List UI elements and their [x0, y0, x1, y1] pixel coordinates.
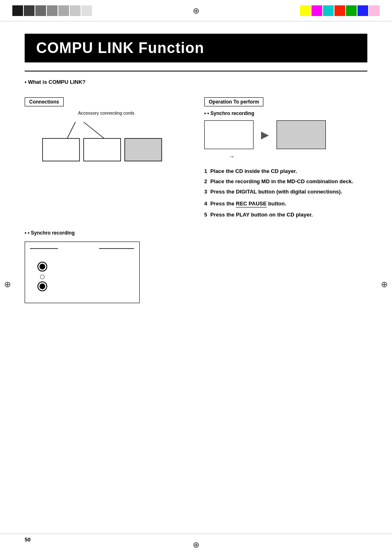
accessory-label: Accessory connecting cords [25, 111, 188, 115]
color-block [70, 5, 81, 16]
page-content: COMPU LINK Function • What is COMPU LINK… [0, 21, 392, 303]
synchro-bottom-label: • Synchro recording [25, 230, 188, 236]
svg-line-0 [67, 122, 76, 138]
operation-section: Operation To perform • Synchro recording… [204, 97, 367, 222]
synchro-box-right [277, 120, 326, 149]
color-block [47, 5, 58, 16]
title-section: COMPU LINK Function [25, 34, 367, 62]
step-5: 5 Press the PLAY button on the CD player… [204, 212, 367, 218]
connections-diagram [25, 118, 188, 167]
color-block [311, 5, 322, 16]
crosshair-bottom: ⊕ [193, 540, 200, 550]
svg-rect-3 [84, 138, 121, 161]
device-svg [25, 242, 140, 304]
color-block [346, 5, 357, 16]
step-4-container: 4 Press the REC PAUSE button. [204, 200, 367, 207]
bottom-bar: ⊕ [0, 534, 392, 555]
color-block [334, 5, 345, 16]
bottom-left: • Synchro recording [25, 230, 188, 303]
color-block [323, 5, 334, 16]
arrow-icon: ► [258, 127, 272, 143]
device-diagram [25, 242, 140, 303]
page-title: COMPU LINK Function [36, 39, 356, 57]
color-block [369, 5, 380, 16]
svg-point-9 [40, 275, 44, 279]
connections-section: Connections Accessory connecting cords [25, 97, 188, 222]
steps-section: 1 Place the CD inside the CD player. 2 P… [204, 168, 367, 218]
synchro-recording-label: • Synchro recording [204, 111, 367, 116]
step-1: 1 Place the CD inside the CD player. [204, 168, 367, 174]
two-column-layout: Connections Accessory connecting cords O… [25, 97, 367, 222]
synchro-diagram: ► [204, 120, 367, 149]
color-block [24, 5, 35, 16]
title-box: COMPU LINK Function [25, 34, 367, 62]
rec-pause-underline: REC PAUSE [236, 200, 267, 207]
color-block [58, 5, 69, 16]
color-block [300, 5, 311, 16]
svg-rect-2 [43, 138, 80, 161]
svg-line-1 [84, 122, 104, 138]
synchro-box-left [204, 120, 254, 149]
crosshair-top: ⊕ [193, 6, 200, 16]
step-4: 4 Press the REC PAUSE button. [204, 200, 367, 207]
connections-label-box: Connections [25, 97, 64, 106]
what-is-label: • What is COMPU LINK? [25, 79, 367, 85]
title-underline [25, 71, 367, 71]
top-bar: ⊕ [0, 0, 392, 21]
svg-point-11 [39, 283, 45, 289]
color-blocks-right [300, 5, 380, 16]
crosshair-mid-left: ⊕ [4, 279, 11, 289]
crosshair-mid-right: ⊕ [381, 279, 388, 289]
connections-svg [25, 118, 188, 167]
svg-point-8 [39, 264, 45, 269]
color-block [357, 5, 368, 16]
step-3: 3 Press the DIGITAL button (with digital… [204, 189, 367, 195]
color-block [35, 5, 46, 16]
color-blocks-left [12, 5, 92, 16]
svg-rect-4 [125, 138, 162, 161]
bottom-right [204, 230, 367, 303]
small-arrow: → [229, 153, 367, 160]
bottom-section: • Synchro recording [25, 230, 367, 303]
step-2: 2 Place the recording MD in the MD-CD co… [204, 178, 367, 184]
operation-label-box: Operation To perform [204, 97, 263, 106]
color-block [12, 5, 23, 16]
color-block [81, 5, 92, 16]
